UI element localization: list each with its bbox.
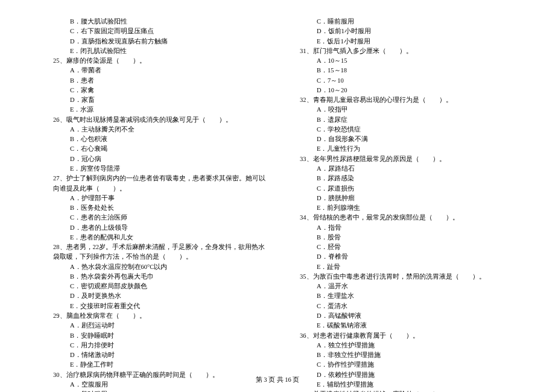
option-text: D．患者的上级领导 <box>53 223 266 233</box>
option-text: A．热水袋水温应控制在60°C以内 <box>53 262 266 272</box>
option-text: E．患者的配偶和儿女 <box>53 233 266 242</box>
option-text: C．学校恐惧症 <box>300 125 513 134</box>
option-text: C．密切观察局部皮肤颜色 <box>53 282 266 291</box>
option-text: E．饭后1小时服用 <box>300 37 513 46</box>
option-text: C．协作性护理措施 <box>300 360 513 370</box>
option-text: D．情绪激动时 <box>53 350 266 360</box>
option-text: B．医务处处长 <box>53 203 266 213</box>
question-35-head: 35、为敌百虫中毒患者进行洗胃时，禁用的洗胃液是（ ）。 <box>300 272 513 282</box>
option-text: A．咬指甲 <box>300 105 513 115</box>
option-text: E．碳酸氢钠溶液 <box>300 321 513 330</box>
question-33-head: 33、老年男性尿路梗阻最常见的原因是（ ）。 <box>300 154 513 164</box>
option-text: D．直肠指检发现直肠右前方触痛 <box>53 37 266 46</box>
option-text: A．独立性护理措施 <box>300 341 513 350</box>
option-text: C．尿道损伤 <box>300 184 513 194</box>
option-text: B．腰大肌试验阳性 <box>53 17 266 27</box>
option-text: B．股骨 <box>300 233 513 242</box>
option-text: B．心包积液 <box>53 134 266 144</box>
question-36-head: 36、对患者进行健康教育属于（ ）。 <box>300 331 513 341</box>
option-text: C．7～10 <box>300 76 513 86</box>
page-footer: 第 3 页 共 16 页 <box>0 375 555 385</box>
option-text: A．主动脉瓣关闭不全 <box>53 125 266 134</box>
option-text: E．闭孔肌试验阳性 <box>53 46 266 56</box>
option-text: A．指骨 <box>300 223 513 233</box>
option-text: A．温开水 <box>300 282 513 291</box>
question-28-head: 28、患者男，22岁。手术后麻醉未清醒，手足厥冷，全身发抖，欲用热水袋取暖，下列… <box>53 242 266 262</box>
option-text: A．剧烈运动时 <box>53 321 266 330</box>
option-text: E．交接班时应着重交代 <box>53 302 266 311</box>
option-text: B．餐时服用 <box>53 390 266 392</box>
option-text: C．患者的主治医师 <box>53 213 266 223</box>
option-text: D．冠心病 <box>53 154 266 164</box>
option-text: E．趾骨 <box>300 262 513 272</box>
option-text: C．家禽 <box>53 86 266 95</box>
question-32-head: 32、青春期儿童最容易出现的心理行为是（ ）。 <box>300 95 513 105</box>
option-text: B．生理盐水 <box>300 291 513 301</box>
two-column-layout: B．腰大肌试验阳性 C．右下腹固定而明显压痛点 D．直肠指检发现直肠右前方触痛 … <box>53 17 513 392</box>
option-text: D．膀胱肿瘤 <box>300 194 513 203</box>
option-text: D．自我形象不满 <box>300 134 513 144</box>
option-text: A．护理部干事 <box>53 194 266 203</box>
right-column: C．睡前服用 D．饭前1小时服用 E．饭后1小时服用 31、肛门排气插入多少厘米… <box>300 17 513 392</box>
option-text: B．遗尿症 <box>300 115 513 125</box>
option-text: E．水源 <box>53 105 266 115</box>
option-text: C．胫骨 <box>300 242 513 252</box>
option-text: B．患者 <box>53 76 266 86</box>
option-text: D．10～20 <box>300 86 513 95</box>
option-text: B．热水袋套外再包裹大毛巾 <box>53 272 266 282</box>
option-text: B．15～18 <box>300 66 513 75</box>
question-27-head: 27、护士了解到病房内的一位患者曾有吸毒史，患者要求其保密。她可以向谁提及此事（… <box>53 174 266 194</box>
option-text: E．静坐工作时 <box>53 360 266 370</box>
option-text: E．儿童性行为 <box>300 144 513 154</box>
question-31-head: 31、肛门排气插入多少厘米（ ）。 <box>300 46 513 56</box>
option-text: D．脊椎骨 <box>300 252 513 262</box>
option-text: A．尿路结石 <box>300 164 513 174</box>
option-text: C．右心衰竭 <box>53 144 266 154</box>
option-text: B．安静睡眠时 <box>53 331 266 341</box>
option-text: C．用力排便时 <box>53 341 266 350</box>
question-29-head: 29、脑血栓发病常在（ ）。 <box>53 311 266 321</box>
option-text: C．右下腹固定而明显压痛点 <box>53 27 266 36</box>
option-text: C．蛋清水 <box>300 302 513 311</box>
option-text: D．及时更换热水 <box>53 291 266 301</box>
option-text: E．前列腺增生 <box>300 203 513 213</box>
option-text: E．房室传导阻滞 <box>53 164 266 174</box>
option-text: B．尿路感染 <box>300 174 513 183</box>
option-text: B．非独立性护理措施 <box>300 350 513 360</box>
left-column: B．腰大肌试验阳性 C．右下腹固定而明显压痛点 D．直肠指检发现直肠右前方触痛 … <box>53 17 266 392</box>
option-text: C．睡前服用 <box>300 17 513 27</box>
question-34-head: 34、骨结核的患者中，最常见的发病部位是（ ）。 <box>300 213 513 223</box>
option-text: D．饭前1小时服用 <box>300 27 513 36</box>
question-37-head: 37、关于溃疡性结肠炎的描述，应除外（ ）。 <box>300 390 513 392</box>
question-26-head: 26、吸气时出现脉搏显著减弱或消失的现象可见于（ ）。 <box>53 115 266 125</box>
question-25-head: 25、麻疹的传染源是（ ）。 <box>53 56 266 66</box>
option-text: D．高锰酸钾液 <box>300 311 513 321</box>
option-text: A．10～15 <box>300 56 513 66</box>
option-text: A．带菌者 <box>53 66 266 75</box>
option-text: D．家畜 <box>53 95 266 105</box>
